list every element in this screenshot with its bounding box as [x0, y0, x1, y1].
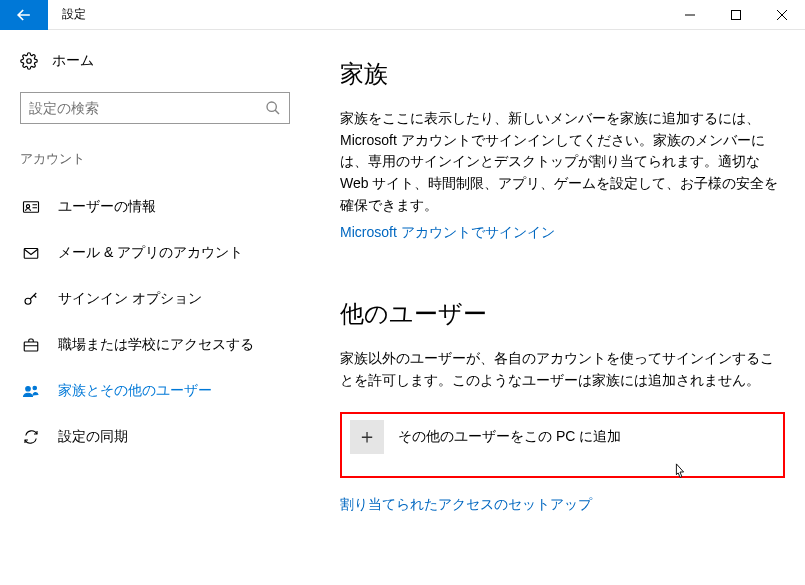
- back-button[interactable]: [0, 0, 48, 30]
- titlebar: 設定: [0, 0, 805, 30]
- sidebar-item-label: 職場または学校にアクセスする: [58, 336, 254, 354]
- svg-rect-0: [732, 10, 741, 19]
- sidebar-item-work-school[interactable]: 職場または学校にアクセスする: [20, 322, 290, 368]
- window-title: 設定: [62, 6, 86, 23]
- other-users-description: 家族以外のユーザーが、各自のアカウントを使ってサインインすることを許可します。こ…: [340, 348, 785, 391]
- svg-point-2: [267, 102, 276, 111]
- people-icon: [22, 382, 40, 400]
- svg-point-8: [26, 387, 31, 392]
- maximize-icon: [731, 10, 741, 20]
- sidebar-item-label: ユーザーの情報: [58, 198, 156, 216]
- user-card-icon: [22, 198, 40, 216]
- assigned-access-setup-link[interactable]: 割り当てられたアクセスのセットアップ: [340, 496, 785, 514]
- other-users-heading: 他のユーザー: [340, 298, 785, 330]
- maximize-button[interactable]: [713, 0, 759, 30]
- svg-rect-5: [24, 249, 38, 259]
- close-button[interactable]: [759, 0, 805, 30]
- add-other-user-label: その他のユーザーをこの PC に追加: [398, 428, 621, 446]
- sidebar-item-email-accounts[interactable]: メール & アプリのアカウント: [20, 230, 290, 276]
- search-input[interactable]: [29, 100, 265, 116]
- home-link[interactable]: ホーム: [20, 52, 290, 70]
- sidebar-item-sync[interactable]: 設定の同期: [20, 414, 290, 460]
- svg-point-1: [27, 59, 32, 64]
- family-description: 家族をここに表示したり、新しいメンバーを家族に追加するには、Microsoft …: [340, 108, 785, 216]
- plus-icon: ＋: [350, 420, 384, 454]
- sidebar-item-label: 家族とその他のユーザー: [58, 382, 212, 400]
- mail-icon: [22, 244, 40, 262]
- search-icon: [265, 100, 281, 116]
- family-heading: 家族: [340, 58, 785, 90]
- window-controls: [667, 0, 805, 30]
- sidebar-item-signin-options[interactable]: サインイン オプション: [20, 276, 290, 322]
- sidebar-section-label: アカウント: [20, 150, 290, 168]
- svg-point-6: [25, 298, 31, 304]
- sidebar-item-label: サインイン オプション: [58, 290, 202, 308]
- sidebar: ホーム アカウント ユーザーの情報 メール & アプリのアカウント サインイン …: [0, 30, 310, 585]
- key-icon: [22, 290, 40, 308]
- svg-rect-7: [24, 342, 38, 351]
- content-area: 家族 家族をここに表示したり、新しいメンバーを家族に追加するには、Microso…: [310, 30, 805, 585]
- search-box[interactable]: [20, 92, 290, 124]
- close-icon: [777, 10, 787, 20]
- svg-point-4: [26, 205, 29, 208]
- ms-account-signin-link[interactable]: Microsoft アカウントでサインイン: [340, 224, 785, 242]
- svg-point-9: [33, 386, 36, 389]
- arrow-left-icon: [14, 5, 34, 25]
- cursor-pointer-icon: [671, 462, 689, 482]
- sync-icon: [22, 428, 40, 446]
- sidebar-item-family-users[interactable]: 家族とその他のユーザー: [20, 368, 290, 414]
- sidebar-item-label: 設定の同期: [58, 428, 128, 446]
- add-other-user-highlight: ＋ その他のユーザーをこの PC に追加: [340, 412, 785, 478]
- briefcase-icon: [22, 336, 40, 354]
- sidebar-item-user-info[interactable]: ユーザーの情報: [20, 184, 290, 230]
- gear-icon: [20, 52, 38, 70]
- minimize-icon: [685, 10, 695, 20]
- add-other-user-button[interactable]: ＋ その他のユーザーをこの PC に追加: [350, 420, 775, 454]
- minimize-button[interactable]: [667, 0, 713, 30]
- home-label: ホーム: [52, 52, 94, 70]
- sidebar-item-label: メール & アプリのアカウント: [58, 244, 243, 262]
